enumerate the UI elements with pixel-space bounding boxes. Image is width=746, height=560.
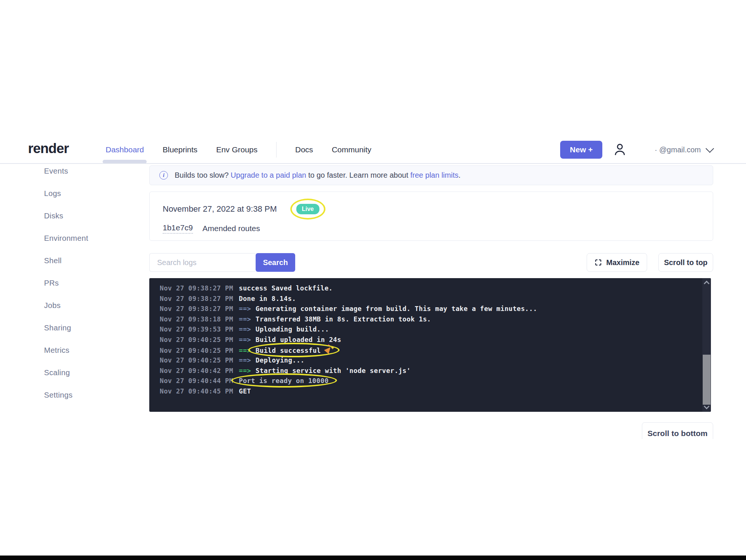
account-email: · @gmail.com bbox=[655, 146, 701, 154]
search-logs-input[interactable] bbox=[149, 253, 256, 272]
bottom-black-bar bbox=[0, 556, 746, 560]
service-sidebar: EventsLogsDisksEnvironmentShellPRsJobsSh… bbox=[44, 160, 134, 406]
log-message: Build successful bbox=[256, 346, 331, 354]
sidebar-item-settings[interactable]: Settings bbox=[44, 384, 134, 406]
log-arrow: ==> bbox=[239, 315, 251, 323]
main-content: i Builds too slow? Upgrade to a paid pla… bbox=[149, 165, 713, 185]
nav-item-blueprints[interactable]: Blueprints bbox=[163, 145, 197, 154]
log-line: Nov 27 09:38:27 PMDone in 8.14s. bbox=[160, 295, 711, 305]
sidebar-item-logs[interactable]: Logs bbox=[44, 182, 134, 205]
log-arrow: ==> bbox=[239, 367, 251, 374]
live-status-badge: Live bbox=[296, 204, 319, 214]
log-message: Transferred 38MB in 8s. Extraction took … bbox=[256, 315, 431, 323]
sidebar-item-disks[interactable]: Disks bbox=[44, 205, 134, 227]
new-button[interactable]: New + bbox=[560, 141, 602, 159]
sidebar-item-jobs[interactable]: Jobs bbox=[44, 294, 134, 317]
log-timestamp: Nov 27 09:39:53 PM bbox=[160, 326, 239, 333]
log-arrow: ==> bbox=[239, 347, 251, 354]
nav-right-group: New + · @gmail.com bbox=[560, 136, 713, 163]
search-button[interactable]: Search bbox=[256, 253, 295, 272]
scroll-to-bottom-button[interactable]: Scroll to bottom bbox=[642, 422, 713, 439]
nav-divider bbox=[276, 142, 277, 158]
scroll-to-bottom-wrap: Scroll to bottom bbox=[642, 422, 713, 439]
free-plan-limits-link[interactable]: free plan limits bbox=[411, 171, 459, 179]
sidebar-item-scaling[interactable]: Scaling bbox=[44, 361, 134, 384]
log-message: Uploading build... bbox=[256, 326, 329, 333]
party-popper-icon bbox=[324, 345, 333, 354]
terminal-scrollbar[interactable] bbox=[702, 278, 711, 412]
account-menu[interactable]: · @gmail.com bbox=[655, 146, 713, 154]
log-timestamp: Nov 27 09:38:18 PM bbox=[160, 315, 239, 323]
log-line: Nov 27 09:40:25 PM==>Build successful bbox=[160, 346, 711, 357]
nav-item-docs[interactable]: Docs bbox=[295, 145, 313, 154]
nav-menu: DashboardBlueprintsEnv GroupsDocsCommuni… bbox=[106, 136, 371, 163]
log-arrow: ==> bbox=[239, 326, 251, 333]
render-dashboard-page: render DashboardBlueprintsEnv GroupsDocs… bbox=[0, 0, 746, 560]
log-line: Nov 27 09:40:25 PM==>Deploying... bbox=[160, 357, 711, 367]
sidebar-item-metrics[interactable]: Metrics bbox=[44, 339, 134, 361]
log-message: success Saved lockfile. bbox=[239, 284, 333, 292]
log-arrow: ==> bbox=[239, 357, 251, 364]
log-line: Nov 27 09:38:27 PMsuccess Saved lockfile… bbox=[160, 284, 711, 295]
log-timestamp: Nov 27 09:40:42 PM bbox=[160, 367, 239, 374]
top-navbar: render DashboardBlueprintsEnv GroupsDocs… bbox=[0, 136, 746, 163]
upgrade-plan-link[interactable]: Upgrade to a paid plan bbox=[231, 171, 306, 179]
nav-item-community[interactable]: Community bbox=[332, 145, 371, 154]
chevron-down-icon bbox=[706, 144, 714, 153]
commit-hash-link[interactable]: 1b1e7c9 bbox=[163, 223, 193, 234]
log-timestamp: Nov 27 09:40:25 PM bbox=[160, 336, 239, 343]
log-timestamp: Nov 27 09:38:27 PM bbox=[160, 284, 239, 292]
log-message: Generating container image from build. T… bbox=[256, 305, 537, 312]
log-message: Deploying... bbox=[256, 357, 305, 364]
nav-item-env-groups[interactable]: Env Groups bbox=[216, 145, 257, 154]
log-line: Nov 27 09:40:25 PM==>Build uploaded in 2… bbox=[160, 336, 711, 346]
log-timestamp: Nov 27 09:38:27 PM bbox=[160, 295, 239, 302]
deploy-timestamp: November 27, 2022 at 9:38 PM bbox=[163, 204, 277, 214]
log-line: Nov 27 09:40:44 PMPort is ready on 10000 bbox=[160, 377, 711, 388]
log-timestamp: Nov 27 09:38:27 PM bbox=[160, 305, 239, 312]
sidebar-item-environment[interactable]: Environment bbox=[44, 227, 134, 249]
log-message: Done in 8.14s. bbox=[239, 295, 296, 302]
sidebar-item-shell[interactable]: Shell bbox=[44, 249, 134, 272]
upgrade-banner-text: Builds too slow? Upgrade to a paid plan … bbox=[175, 171, 461, 180]
log-lines: Nov 27 09:38:27 PMsuccess Saved lockfile… bbox=[160, 284, 711, 398]
log-message: Port is ready on 10000 bbox=[239, 377, 329, 385]
scrollbar-up-arrow-icon[interactable] bbox=[704, 281, 710, 287]
info-icon: i bbox=[159, 171, 168, 180]
log-timestamp: Nov 27 09:40:25 PM bbox=[160, 347, 239, 354]
sidebar-item-prs[interactable]: PRs bbox=[44, 272, 134, 294]
log-arrow: ==> bbox=[239, 305, 251, 312]
sidebar-item-sharing[interactable]: Sharing bbox=[44, 317, 134, 339]
maximize-button[interactable]: Maximize bbox=[587, 253, 647, 272]
log-line: Nov 27 09:38:18 PM==>Transferred 38MB in… bbox=[160, 315, 711, 326]
log-timestamp: Nov 27 09:40:25 PM bbox=[160, 357, 239, 364]
log-line: Nov 27 09:40:42 PM==>Starting service wi… bbox=[160, 367, 711, 377]
log-line: Nov 27 09:38:27 PM==>Generating containe… bbox=[160, 305, 711, 315]
log-timestamp: Nov 27 09:40:45 PM bbox=[160, 388, 239, 395]
scrollbar-thumb[interactable] bbox=[703, 355, 711, 405]
log-message: Starting service with 'node server.js' bbox=[256, 367, 411, 374]
deploy-card: November 27, 2022 at 9:38 PM Live 1b1e7c… bbox=[149, 192, 713, 241]
render-logo[interactable]: render bbox=[28, 141, 69, 156]
sidebar-item-events[interactable]: Events bbox=[44, 160, 134, 182]
user-avatar-icon[interactable] bbox=[613, 143, 627, 157]
scroll-to-top-button[interactable]: Scroll to top bbox=[658, 253, 713, 272]
log-terminal: Nov 27 09:38:27 PMsuccess Saved lockfile… bbox=[149, 278, 711, 412]
log-line: Nov 27 09:40:45 PMGET bbox=[160, 388, 711, 398]
log-controls-row: Search Maximize Scroll to top bbox=[149, 253, 713, 272]
log-message: GET bbox=[239, 388, 251, 395]
log-timestamp: Nov 27 09:40:44 PM bbox=[160, 377, 239, 385]
upgrade-banner: i Builds too slow? Upgrade to a paid pla… bbox=[149, 165, 713, 185]
log-arrow: ==> bbox=[239, 336, 251, 343]
nav-item-dashboard[interactable]: Dashboard bbox=[106, 145, 144, 154]
log-line: Nov 27 09:39:53 PM==>Uploading build... bbox=[160, 326, 711, 336]
maximize-icon bbox=[594, 259, 602, 266]
commit-message: Amended routes bbox=[203, 224, 260, 233]
log-message: Build uploaded in 24s bbox=[256, 336, 341, 343]
